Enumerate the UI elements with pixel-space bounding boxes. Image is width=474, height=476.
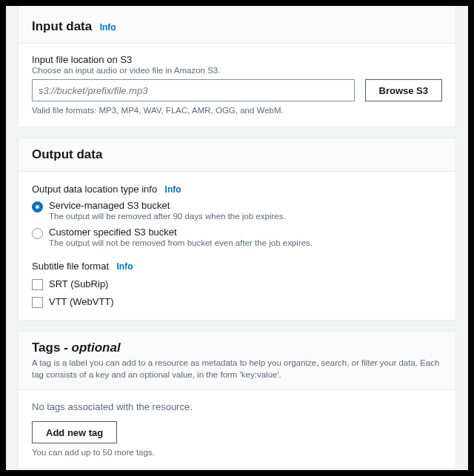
tags-header: Tags - optional A tag is a label you can… xyxy=(19,332,455,390)
checkbox-srt[interactable]: SRT (SubRip) xyxy=(32,278,442,290)
radio-label: Service-managed S3 bucket xyxy=(49,200,286,211)
input-info-link[interactable]: Info xyxy=(100,22,116,33)
tags-empty-text: No tags associated with the resource. xyxy=(32,401,442,412)
input-data-panel: Input data Info Input file location on S… xyxy=(18,6,456,127)
checkbox-icon xyxy=(32,297,43,308)
radio-label: Customer specified S3 bucket xyxy=(49,227,313,238)
subtitle-format-label: Subtitle file format xyxy=(32,261,109,272)
radio-icon xyxy=(32,228,43,239)
radio-desc: The output will be removed after 90 days… xyxy=(49,212,286,221)
tags-title: Tags - optional xyxy=(32,341,121,355)
input-file-s3-input[interactable] xyxy=(32,79,355,101)
tags-limit-hint: You can add up to 50 more tags. xyxy=(32,448,442,457)
input-data-header: Input data Info xyxy=(19,6,455,44)
checkbox-icon xyxy=(32,279,43,290)
output-data-header: Output data xyxy=(19,138,455,172)
input-data-title: Input data xyxy=(32,19,92,33)
valid-formats-hint: Valid file formats: MP3, MP4, WAV, FLAC,… xyxy=(32,106,442,115)
output-location-label: Output data location type info xyxy=(32,184,157,195)
add-new-tag-button[interactable]: Add new tag xyxy=(32,421,117,443)
tags-panel: Tags - optional A tag is a label you can… xyxy=(18,331,456,469)
browse-s3-button[interactable]: Browse S3 xyxy=(365,79,442,101)
radio-icon xyxy=(32,201,43,212)
tags-desc: A tag is a label you can add to a resour… xyxy=(32,357,442,381)
subtitle-format-info-link[interactable]: Info xyxy=(117,261,133,272)
tags-optional: - optional xyxy=(60,341,120,355)
form-footer: Cancel Next xyxy=(18,469,456,476)
output-location-info-link[interactable]: Info xyxy=(165,184,181,195)
checkbox-label: SRT (SubRip) xyxy=(49,278,108,289)
input-file-label: Input file location on S3 xyxy=(32,54,442,65)
radio-service-managed[interactable]: Service-managed S3 bucket The output wil… xyxy=(32,200,442,221)
radio-desc: The output will not be removed from buck… xyxy=(49,238,313,247)
input-file-desc: Choose an input audio or video file in A… xyxy=(32,66,442,75)
output-data-panel: Output data Output data location type in… xyxy=(18,138,456,321)
radio-customer-specified[interactable]: Customer specified S3 bucket The output … xyxy=(32,227,442,247)
checkbox-label: VTT (WebVTT) xyxy=(49,296,114,307)
checkbox-vtt[interactable]: VTT (WebVTT) xyxy=(32,296,442,308)
output-data-title: Output data xyxy=(32,147,102,161)
